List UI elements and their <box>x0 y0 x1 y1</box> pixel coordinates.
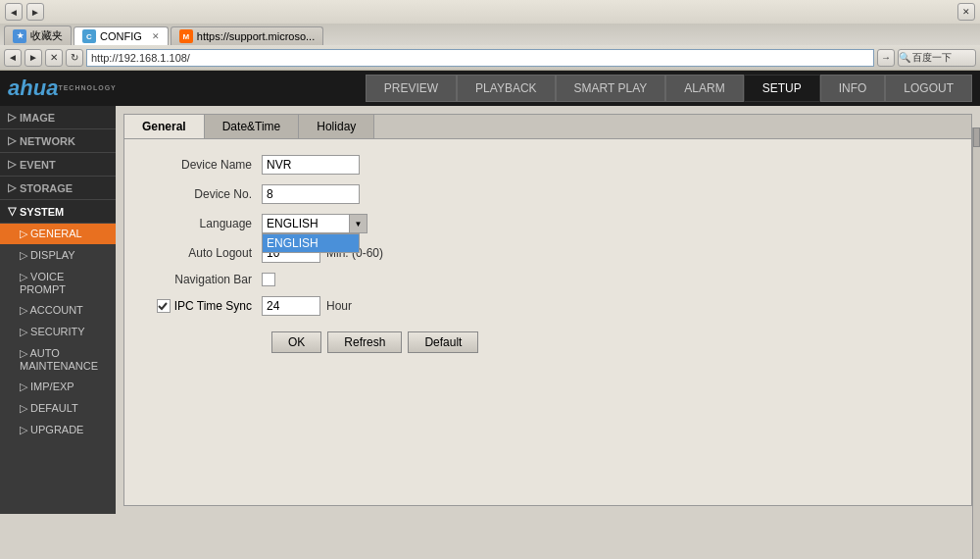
stop-button[interactable]: ✕ <box>45 49 63 67</box>
browser-close-btn[interactable]: ✕ <box>957 3 975 21</box>
content-body: Device Name Device No. Language ▼ <box>124 139 971 369</box>
tab3-label: https://support.microso... <box>197 30 315 42</box>
config-favicon: C <box>82 29 96 43</box>
content-tabs: General Date&Time Holiday <box>124 115 971 139</box>
security-arrow-icon: ▷ <box>20 326 30 337</box>
general-arrow-icon: ▷ <box>20 228 30 239</box>
default-button[interactable]: Default <box>408 331 478 353</box>
system-label: SYSTEM <box>20 206 64 218</box>
storage-arrow-icon: ▷ <box>8 181 16 194</box>
favorites-favicon: ★ <box>13 29 26 43</box>
language-dropdown-arrow[interactable]: ▼ <box>350 214 368 233</box>
device-name-input[interactable] <box>262 155 360 175</box>
default-arrow-icon: ▷ <box>20 402 30 414</box>
voice-arrow-icon: ▷ <box>20 271 30 282</box>
tab-holiday[interactable]: Holiday <box>299 115 374 138</box>
imp-exp-sub-label: IMP/EXP <box>30 381 74 392</box>
tab2-close[interactable]: ✕ <box>152 31 160 41</box>
browser-tab-config[interactable]: C CONFIG ✕ <box>74 26 169 45</box>
ok-button[interactable]: OK <box>271 331 321 353</box>
event-arrow-icon: ▷ <box>8 158 16 171</box>
browser-forward-btn[interactable]: ► <box>26 3 44 21</box>
content-area: General Date&Time Holiday Device Name De… <box>116 106 980 514</box>
language-option-english[interactable]: ENGLISH <box>263 234 359 252</box>
language-input[interactable] <box>262 214 350 233</box>
sidebar-sub-imp-exp[interactable]: ▷ IMP/EXP <box>0 377 116 398</box>
browser-window: ◄ ► ✕ ★ 收藏夹 C CONFIG ✕ M https://support… <box>0 0 980 71</box>
sidebar-sub-voice-prompt[interactable]: ▷ VOICE PROMPT <box>0 267 116 300</box>
account-arrow-icon: ▷ <box>20 304 29 316</box>
auto-maint-sub-label: AUTO MAINTENANCE <box>20 347 98 372</box>
storage-label: STORAGE <box>20 182 73 194</box>
logout-btn[interactable]: LOGOUT <box>885 75 972 102</box>
device-name-label: Device Name <box>144 158 262 172</box>
language-dropdown: ENGLISH <box>262 233 360 253</box>
back-button[interactable]: ◄ <box>4 49 22 67</box>
sidebar-item-image[interactable]: ▷ IMAGE <box>0 106 116 129</box>
button-row: OK Refresh Default <box>271 331 952 353</box>
device-no-input[interactable] <box>262 184 360 204</box>
ipc-time-sync-checkbox[interactable] <box>157 299 171 313</box>
account-sub-label: ACCOUNT <box>29 304 82 316</box>
sidebar-item-system[interactable]: ▽ SYSTEM <box>0 200 116 224</box>
imp-exp-arrow-icon: ▷ <box>20 381 30 392</box>
content-panel: General Date&Time Holiday Device Name De… <box>123 114 972 506</box>
ipc-time-sync-input[interactable] <box>262 296 320 316</box>
scroll-thumb[interactable] <box>973 127 980 147</box>
info-btn[interactable]: INFO <box>820 75 886 102</box>
setup-btn[interactable]: SETUP <box>744 75 820 102</box>
browser-tab-favorites[interactable]: ★ 收藏夹 <box>4 25 72 45</box>
sidebar-item-network[interactable]: ▷ NETWORK <box>0 129 116 153</box>
display-arrow-icon: ▷ <box>20 249 30 261</box>
image-label: IMAGE <box>20 112 55 124</box>
smart-play-btn[interactable]: SMART PLAY <box>556 75 666 102</box>
device-name-row: Device Name <box>144 155 952 175</box>
auto-maint-arrow-icon: ▷ <box>20 347 29 359</box>
address-bar[interactable]: http://192.168.1.108/ <box>86 49 874 67</box>
ipc-time-sync-unit: Hour <box>326 299 352 313</box>
nav-bar-row: Navigation Bar <box>144 273 952 286</box>
ipc-time-sync-row: IPC Time Sync Hour <box>144 296 952 316</box>
sidebar-sub-display[interactable]: ▷ DISPLAY <box>0 245 116 267</box>
top-navigation: PREVIEW PLAYBACK SMART PLAY ALARM SETUP … <box>366 75 972 102</box>
logo: a hua TECHNOLOGY <box>8 76 117 101</box>
main-layout: ▷ IMAGE ▷ NETWORK ▷ EVENT ▷ STORAGE ▽ SY… <box>0 106 980 514</box>
browser-back-btn[interactable]: ◄ <box>5 3 23 21</box>
upgrade-arrow-icon: ▷ <box>20 424 30 435</box>
tab-datetime[interactable]: Date&Time <box>205 115 300 138</box>
ipc-time-sync-label: IPC Time Sync <box>174 299 252 313</box>
nav-bar-checkbox[interactable] <box>262 273 275 286</box>
browser-navbar: ◄ ► ✕ ↻ http://192.168.1.108/ → 🔍百度一下 <box>0 45 980 71</box>
ms-favicon: M <box>179 29 193 43</box>
network-label: NETWORK <box>20 135 75 147</box>
language-row: Language ▼ ENGLISH <box>144 214 952 233</box>
preview-btn[interactable]: PREVIEW <box>366 75 457 102</box>
browser-tab-ms[interactable]: M https://support.microso... <box>171 26 323 45</box>
app-header: a hua TECHNOLOGY PREVIEW PLAYBACK SMART … <box>0 71 980 106</box>
image-arrow-icon: ▷ <box>8 111 16 124</box>
refresh-button[interactable]: ↻ <box>66 49 83 67</box>
browser-titlebar: ◄ ► ✕ <box>0 0 980 24</box>
sidebar-sub-upgrade[interactable]: ▷ UPGRADE <box>0 420 116 441</box>
forward-button[interactable]: ► <box>24 49 42 67</box>
network-arrow-icon: ▷ <box>8 134 16 147</box>
language-label: Language <box>144 217 262 230</box>
sidebar-sub-security[interactable]: ▷ SECURITY <box>0 322 116 343</box>
upgrade-sub-label: UPGRADE <box>30 424 83 435</box>
sidebar-sub-account[interactable]: ▷ ACCOUNT <box>0 300 116 322</box>
tab-general[interactable]: General <box>124 115 205 138</box>
device-no-row: Device No. <box>144 184 952 204</box>
alarm-btn[interactable]: ALARM <box>665 75 743 102</box>
sidebar-sub-auto-maintenance[interactable]: ▷ AUTO MAINTENANCE <box>0 343 116 377</box>
sidebar-item-event[interactable]: ▷ EVENT <box>0 153 116 177</box>
sidebar-item-storage[interactable]: ▷ STORAGE <box>0 177 116 200</box>
scrollbar[interactable] <box>972 127 980 559</box>
refresh-button[interactable]: Refresh <box>327 331 402 353</box>
sidebar-sub-default[interactable]: ▷ DEFAULT <box>0 398 116 420</box>
display-sub-label: DISPLAY <box>30 249 75 261</box>
playback-btn[interactable]: PLAYBACK <box>457 75 555 102</box>
search-icon[interactable]: 🔍百度一下 <box>898 49 976 67</box>
sidebar-sub-general[interactable]: ▷ GENERAL <box>0 224 116 245</box>
address-text: http://192.168.1.108/ <box>91 52 190 64</box>
go-button[interactable]: → <box>877 49 895 67</box>
